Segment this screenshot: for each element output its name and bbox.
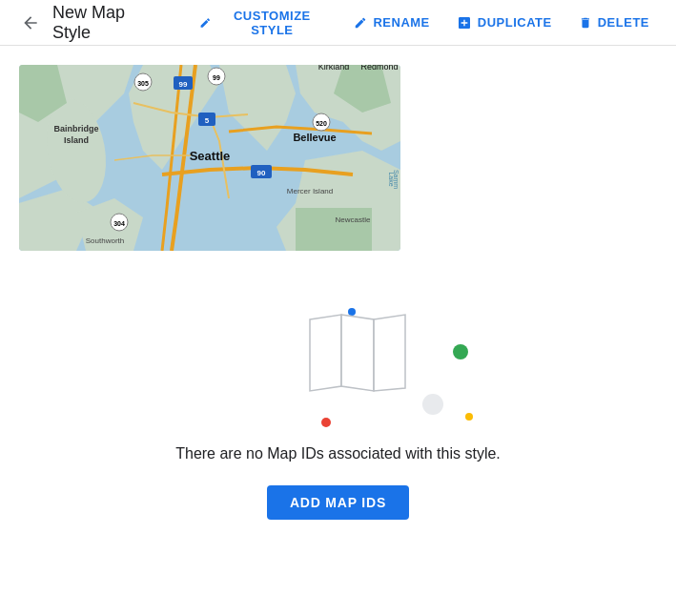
svg-text:Redmond: Redmond (360, 65, 398, 72)
duplicate-label: DUPLICATE (478, 15, 552, 30)
svg-text:Seattle: Seattle (190, 149, 231, 163)
duplicate-button[interactable]: DUPLICATE (445, 10, 563, 36)
svg-text:5: 5 (205, 116, 210, 125)
svg-text:90: 90 (257, 169, 266, 177)
rename-label: RENAME (373, 15, 429, 30)
svg-text:99: 99 (213, 74, 220, 81)
svg-text:Samm: Samm (393, 170, 399, 189)
svg-text:Bellevue: Bellevue (293, 132, 336, 143)
pencil-ruler-icon (199, 16, 212, 30)
map-preview: 5 99 99 305 304 90 520 Bainbridge Island… (19, 65, 400, 251)
rename-button[interactable]: RENAME (342, 10, 440, 35)
dot-green (453, 344, 468, 359)
svg-text:Island: Island (64, 135, 89, 145)
page-title: New Map Style (52, 3, 165, 43)
svg-marker-38 (310, 315, 341, 391)
delete-label: DELETE (598, 15, 649, 30)
svg-text:Mercer Island: Mercer Island (287, 187, 333, 195)
delete-button[interactable]: DELETE (567, 10, 661, 35)
empty-state: There are no Map IDs associated with thi… (19, 289, 657, 520)
customize-style-label: CUSTOMIZE STYLE (216, 9, 327, 37)
svg-text:520: 520 (316, 120, 327, 127)
main-content: 5 99 99 305 304 90 520 Bainbridge Island… (0, 46, 676, 539)
map-image: 5 99 99 305 304 90 520 Bainbridge Island… (19, 65, 400, 251)
svg-text:304: 304 (113, 220, 125, 227)
header-actions: CUSTOMIZE STYLE RENAME DUPLICATE DELETE (188, 3, 661, 43)
customize-style-button[interactable]: CUSTOMIZE STYLE (188, 3, 339, 43)
map-icon-container (262, 289, 415, 422)
svg-rect-11 (296, 208, 372, 251)
add-map-ids-button[interactable]: ADD MAP IDS (267, 485, 409, 520)
dot-gray-large (422, 394, 443, 415)
duplicate-icon (457, 15, 472, 31)
delete-icon (579, 16, 592, 30)
svg-text:Southworth: Southworth (86, 236, 124, 245)
svg-text:305: 305 (137, 80, 149, 87)
header: New Map Style CUSTOMIZE STYLE RENAME DUP… (0, 0, 676, 46)
svg-marker-40 (374, 315, 405, 391)
svg-text:99: 99 (179, 80, 188, 89)
svg-text:Bainbridge: Bainbridge (53, 124, 98, 133)
svg-text:Kirkland: Kirkland (318, 65, 350, 72)
svg-text:Newcastle: Newcastle (336, 216, 371, 224)
dot-red (321, 418, 331, 427)
empty-state-text: There are no Map IDs associated with thi… (175, 445, 501, 462)
rename-icon (354, 16, 367, 30)
back-button[interactable] (15, 8, 45, 38)
svg-marker-39 (341, 315, 374, 391)
folded-map-icon (305, 310, 410, 400)
dot-yellow (465, 413, 473, 421)
